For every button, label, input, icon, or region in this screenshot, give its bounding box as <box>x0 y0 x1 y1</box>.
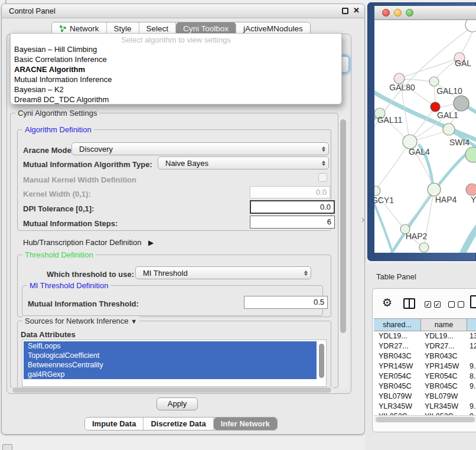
network-edge[interactable] <box>462 220 476 253</box>
network-view-window: GALGAL80GAL10GAL11GAL1SWI4GAL4GCY1HAP4YH… <box>367 2 476 261</box>
stepper-arrows-icon <box>319 161 328 166</box>
table-row[interactable]: YLR345WYLR345W9. <box>374 402 476 412</box>
kernel-width-label: Kernel Width (0,1): <box>23 190 91 198</box>
table-cell: 12 <box>467 341 476 351</box>
gear-icon[interactable]: ⚙ <box>382 296 392 309</box>
network-edge[interactable] <box>407 195 431 225</box>
control-panel-titlebar[interactable]: Control Panel ✕ <box>2 4 364 18</box>
node-label-swi4: SWI4 <box>449 138 470 147</box>
table-cell: 9. <box>467 402 476 412</box>
node-swi4[interactable] <box>465 147 476 162</box>
mi-threshold-field[interactable]: 0.5 <box>244 296 328 309</box>
window-title: Control Panel <box>9 6 56 15</box>
node-gal10[interactable] <box>454 96 469 111</box>
list-scrollbar-thumb[interactable] <box>319 344 324 378</box>
dpi-tolerance-field[interactable]: 0.0 <box>250 200 335 214</box>
scrollbar-thumb[interactable] <box>340 119 346 333</box>
table-horizontal-scrollbar[interactable] <box>374 415 476 423</box>
table-row[interactable]: YER054CYER054C8. <box>374 371 476 381</box>
collapse-arrow-icon[interactable]: ▼ <box>131 318 137 325</box>
minimize-traffic-light[interactable] <box>394 9 402 17</box>
node-label-gal: GAL <box>455 58 471 68</box>
dropdown-item[interactable]: Mutual Information Inference <box>11 74 341 84</box>
scrollbar-thumb[interactable] <box>376 417 475 422</box>
table-cell: 9. <box>467 361 476 371</box>
table-row[interactable]: YBL079WYBL079W <box>374 392 476 402</box>
network-edge[interactable] <box>378 148 406 187</box>
which-threshold-combobox[interactable]: MI Threshold <box>135 266 311 279</box>
network-edge[interactable] <box>461 32 472 54</box>
apply-button[interactable]: Apply <box>157 397 198 410</box>
manual-kernel-label: Manual Kernel Width Definition <box>23 175 136 184</box>
mi-type-combobox[interactable]: Naive Bayes <box>158 156 329 169</box>
dropdown-item[interactable]: Basic Correlation Inference <box>11 54 341 64</box>
aracne-mode-combobox[interactable]: Discovery <box>71 142 329 155</box>
deselect-checkbox-icon[interactable] <box>458 301 464 308</box>
data-attributes-list[interactable]: SelfLoopsTopologicalCoefficientBetweenne… <box>22 340 327 387</box>
node-label-hap2: HAP2 <box>406 231 428 241</box>
sources-collapse-header[interactable]: Sources for Network Inference ▼ <box>22 317 139 325</box>
manual-kernel-checkbox[interactable] <box>318 173 327 182</box>
column-header[interactable]: shared... <box>374 319 421 331</box>
close-traffic-light[interactable] <box>382 9 390 17</box>
mi-type-value: Naive Bayes <box>158 159 319 168</box>
dropdown-item[interactable]: Bayesian – K2 <box>11 84 341 94</box>
network-edge[interactable] <box>416 132 444 140</box>
table-row[interactable]: YDL19...YDL19...13 <box>374 331 476 341</box>
table-cell: YBR045C <box>374 381 421 392</box>
close-icon[interactable]: ✕ <box>353 6 360 15</box>
table-header-row: shared... name <box>374 318 476 331</box>
network-canvas[interactable]: GALGAL80GAL10GAL11GAL1SWI4GAL4GCY1HAP4YH… <box>374 20 476 253</box>
float-window-icon[interactable] <box>342 8 348 14</box>
deselect-checkbox-icon[interactable] <box>448 301 455 308</box>
network-edge[interactable] <box>391 146 475 253</box>
kernel-width-field[interactable]: 0.0 <box>250 186 330 198</box>
node[interactable] <box>466 184 476 195</box>
tab-impute-data[interactable]: Impute Data <box>85 418 144 430</box>
network-edge[interactable] <box>439 104 454 107</box>
zoom-traffic-light[interactable] <box>406 9 413 17</box>
hub-definition-expander[interactable]: Hub/Transcription Factor Definition ▶ <box>23 238 154 247</box>
attribute-list-item[interactable]: gal4RGexp <box>24 370 317 379</box>
mi-steps-field[interactable]: 6 <box>250 216 335 229</box>
dropdown-prompt: Select algorithm to view settings <box>11 34 341 44</box>
network-edge[interactable] <box>404 79 430 81</box>
network-edge[interactable] <box>434 86 435 103</box>
dropdown-item-list: Bayesian – Hill ClimbingBasic Correlatio… <box>11 44 341 105</box>
attribute-list-item[interactable]: SelfLoops <box>24 341 317 351</box>
split-columns-icon[interactable] <box>403 298 415 309</box>
node[interactable] <box>419 243 429 252</box>
expand-arrow-icon[interactable]: ▶ <box>148 239 154 247</box>
table-cell: YDL19... <box>374 331 421 341</box>
tab-discretize-data[interactable]: Discretize Data <box>144 418 213 430</box>
node-gal1[interactable] <box>443 123 455 135</box>
dropdown-item[interactable]: ARACNE Algorithm <box>11 64 341 74</box>
scrollbar-thumb[interactable] <box>12 387 331 393</box>
table-row[interactable]: YDR27...YDR27...12 <box>374 341 476 351</box>
node-hap4[interactable] <box>428 183 441 196</box>
table-row[interactable]: YBR043CYBR043C <box>374 351 476 361</box>
aracne-mode-label: Aracne Mode: <box>23 146 74 155</box>
network-window-titlebar[interactable] <box>374 6 476 20</box>
dpi-tolerance-label: DPI Tolerance [0,1]: <box>23 204 94 213</box>
column-header[interactable] <box>467 319 476 331</box>
dropdown-item[interactable]: Bayesian – Hill Climbing <box>11 44 341 54</box>
function-builder-icon[interactable] <box>470 295 476 308</box>
network-edge[interactable] <box>404 58 459 77</box>
select-checkbox-icon[interactable]: ✓ <box>425 301 431 308</box>
column-header[interactable]: name <box>421 319 467 331</box>
table-cell: YLR345W <box>374 402 421 412</box>
attribute-list-item[interactable]: TopologicalCoefficient <box>24 351 317 360</box>
table-row[interactable]: YPR145WYPR145W9. <box>374 361 476 371</box>
table-cell: 8. <box>467 371 476 381</box>
table-row[interactable]: YBR045CYBR045C9. <box>374 381 476 392</box>
attribute-list-item[interactable]: BetweennessCentrality <box>24 360 317 370</box>
dropdown-item[interactable]: Dream8 DC_TDC Algorithm <box>11 94 341 105</box>
select-checkbox-icon[interactable]: ✓ <box>434 301 441 308</box>
node-gcy1[interactable] <box>374 186 380 195</box>
node-gal10-small[interactable] <box>429 77 439 86</box>
tab-infer-network[interactable]: Infer Network <box>214 418 277 430</box>
cyni-bottom-tab-bar: Impute DataDiscretize DataInfer Network <box>84 417 278 431</box>
settings-horizontal-scrollbar[interactable] <box>11 387 334 393</box>
settings-vertical-scrollbar[interactable] <box>339 116 347 389</box>
